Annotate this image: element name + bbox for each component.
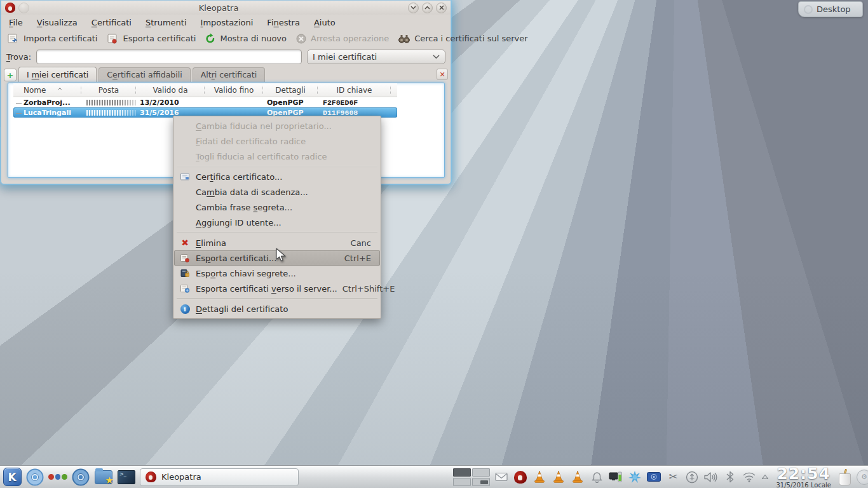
vlc-cone-icon [552,470,565,484]
maximize-button[interactable] [422,3,433,13]
task-button-kleopatra[interactable]: Kleopatra [140,468,299,486]
digital-clock[interactable]: 22:54 31/5/2016 Locale [776,466,831,488]
blue-dot-icon [55,474,61,480]
tab-other-certificates[interactable]: Altri certificati [193,67,265,82]
clock-date: 31/5/2016 [776,482,808,488]
minimize-button[interactable] [408,3,419,13]
column-header-valido-da[interactable]: Valido da [136,83,205,97]
column-header-posta[interactable]: Posta [81,83,136,97]
usb-tray-icon[interactable] [684,470,700,485]
menu-item-delete[interactable]: ✖ Elimina Canc [174,235,380,250]
toolbar: Importa certificati Esporta certificati … [1,30,451,47]
menu-aiuto[interactable]: Aiuto [314,18,336,27]
power-tray-icon[interactable] [608,470,623,485]
column-header-dettagli[interactable]: Dettagli [263,83,318,97]
menu-item-certificate-details[interactable]: i Dettagli del certificato [174,301,380,316]
column-header-valido-fino[interactable]: Valido fino [205,83,263,97]
browser-launcher[interactable] [25,468,44,487]
green-dot-icon [62,474,67,480]
export-certificates-button[interactable]: Esporta certificati [103,32,201,46]
import-certificates-button[interactable]: Importa certificati [4,32,103,46]
menu-item-change-passphrase[interactable]: Cambia frase segreta... [174,200,380,215]
table-row[interactable]: ZorbaProj... 13/2/2010 OpenPGP F2F8ED6F [13,97,397,107]
desktop-4[interactable] [472,478,490,486]
star-icon: ★ [105,475,114,486]
import-icon [7,33,20,44]
menu-file[interactable]: File [9,18,23,27]
table-header: Nome ^ Posta Valido da Valido fino Detta… [13,83,397,97]
panel-cashew[interactable]: ⚙ [857,470,868,485]
wifi-tray-icon[interactable] [742,470,757,485]
kleopatra-tray-icon[interactable] [513,470,528,485]
find-row: Trova: I miei certificati [1,47,451,66]
close-tab-button[interactable]: ✕ [437,69,448,80]
vlc-tray-icon-3[interactable] [570,470,585,485]
menu-certificati[interactable]: Certificati [92,18,132,27]
redisplay-button[interactable]: Mostra di nuovo [201,32,292,46]
vlc-cone-icon [533,470,546,484]
usb-icon [686,471,698,484]
volume-tray-icon[interactable] [703,470,719,485]
menu-item-change-expiry[interactable]: Cambia data di scadenza... [174,184,380,200]
terminal-launcher[interactable]: >_ [117,468,136,487]
splash-tray-icon[interactable] [627,470,642,485]
column-header-nome[interactable]: Nome ^ [13,83,81,97]
new-tab-button[interactable]: + [4,69,17,81]
wifi-icon [742,471,756,482]
sort-ascending-icon[interactable]: ^ [57,87,62,93]
menu-item-certify[interactable]: Certifica certificato... [174,169,380,184]
tray-expander[interactable] [761,470,770,485]
window-title: Kleopatra [32,3,405,13]
close-button[interactable] [436,3,447,13]
quicklaunch-dots[interactable] [48,468,67,487]
flag-tray-icon[interactable] [646,470,661,485]
export-icon [106,33,119,44]
bluetooth-icon [726,471,734,483]
filter-selected-value: I miei certificati [313,52,429,62]
desktop-2[interactable] [472,468,490,477]
battery-monitor-icon [609,471,623,483]
chevron-up-icon [762,475,768,479]
menu-item-export-certificates[interactable]: Esporta certificati... Ctrl+E [174,250,380,266]
klipper-tray-icon[interactable]: ✂ [665,470,681,485]
menu-finestra[interactable]: Finestra [267,18,300,27]
menu-item-add-user-id[interactable]: Aggiungi ID utente... [174,215,380,230]
vlc-tray-icon-1[interactable] [532,470,547,485]
window-thumb [480,480,488,484]
bell-icon [592,471,602,483]
menu-visualizza[interactable]: Visualizza [37,18,78,27]
window-menu-button[interactable] [18,3,29,13]
desktop-3[interactable] [453,478,471,486]
tab-trusted-certificates[interactable]: Certificati affidabili [98,67,190,82]
desktop-1[interactable] [453,468,471,477]
toolbox-gear-icon [804,5,813,14]
menu-impostazioni[interactable]: Impostazioni [201,18,254,27]
bluetooth-tray-icon[interactable] [722,470,738,485]
find-input[interactable] [36,50,302,64]
column-header-id-chiave[interactable]: ID chiave [318,83,391,97]
notifications-tray-icon[interactable] [589,470,604,485]
kleopatra-icon [514,471,527,484]
export-to-server-icon [179,283,191,294]
toolbox-label: Desktop [817,4,851,14]
stop-operation-button: Arresta operazione [292,32,395,46]
menu-item-export-secret-keys[interactable]: Esporta chiavi segrete... [174,266,380,281]
clock-zone: Locale [811,482,831,488]
mail-tray-icon[interactable] [494,470,509,485]
clock-time: 22:54 [776,466,831,482]
chromium-icon [26,468,44,486]
vlc-tray-icon-2[interactable] [551,470,566,485]
search-certificates-server-button[interactable]: Cerca i certificati sul server [395,32,533,45]
kde-menu-launcher[interactable]: K [3,468,22,487]
tab-my-certificates[interactable]: I miei certificati [18,67,97,82]
browser2-launcher[interactable] [71,468,90,487]
favorites-folder-launcher[interactable]: ★ [94,468,113,487]
chevron-down-icon [433,55,440,59]
menu-strumenti[interactable]: Strumenti [146,18,187,27]
certificate-filter-combobox[interactable]: I miei certificati [307,50,445,64]
desktop-toolbox[interactable]: Desktop [798,1,863,17]
pencil-cup-widget[interactable] [837,469,853,485]
titlebar[interactable]: Kleopatra [1,1,451,15]
scissors-icon: ✂ [668,471,677,482]
menu-item-export-to-server[interactable]: Esporta certificati verso il server... C… [174,281,380,296]
